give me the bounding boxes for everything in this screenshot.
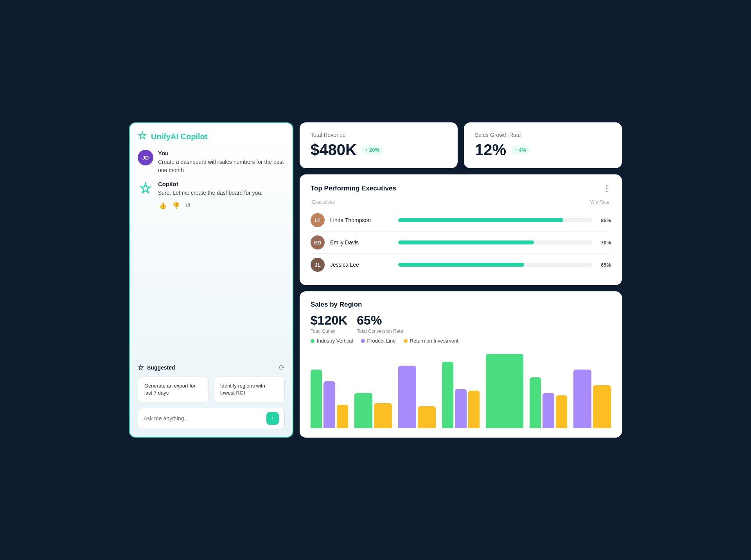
exec-avatar: ED — [311, 235, 325, 249]
bar-group — [354, 393, 392, 428]
message-actions: 👍 👎 ↺ — [158, 201, 262, 210]
chip-export[interactable]: Generate an export for last 7 days — [138, 377, 209, 402]
growth-label: Sales Growth Rate — [475, 132, 611, 138]
copilot-message: Copilot Sure. Let me create the dashboar… — [138, 181, 285, 210]
growth-value: 12% — [475, 141, 506, 159]
copilot-header: UnifyAI Copilot — [138, 131, 285, 142]
bar — [442, 362, 453, 428]
exec-avatar: JL — [311, 258, 325, 272]
thumbs-up-button[interactable]: 👍 — [158, 201, 167, 210]
chat-input[interactable] — [144, 415, 263, 422]
region-metrics: $120K Total Outlay 65% Total Conversion … — [311, 313, 611, 334]
bar-group — [398, 366, 436, 428]
bar-chart — [311, 350, 611, 428]
bar — [374, 403, 392, 428]
user-sender-label: You — [158, 150, 285, 156]
bar — [418, 406, 436, 428]
bar-group — [311, 370, 348, 428]
bar — [556, 395, 567, 428]
outlay-value: $120K — [311, 313, 347, 328]
right-panel: Total Revenue $480K ↑ 20% Sales Growth R… — [300, 122, 622, 438]
exec-col-name: Executives — [312, 199, 335, 205]
progress-bar-fill — [398, 263, 524, 267]
legend-label: Return on Investment — [410, 338, 458, 344]
app-container: UnifyAI Copilot JD You Create a dashboar… — [129, 122, 622, 438]
suggested-title-row: Suggested — [138, 364, 175, 371]
legend-label: Industry Vertical — [317, 338, 353, 344]
exec-pct: 85% — [597, 217, 611, 223]
legend-label: Product Line — [367, 338, 396, 344]
bar — [354, 393, 372, 428]
exec-avatar: LT — [311, 213, 325, 227]
copilot-message-content: Copilot Sure. Let me create the dashboar… — [158, 181, 262, 210]
copilot-title: UnifyAI Copilot — [151, 132, 207, 141]
exec-progress-container: 70% — [398, 240, 611, 246]
conversion-value: 65% — [357, 313, 403, 328]
progress-bar-fill — [398, 241, 534, 244]
copilot-avatar — [138, 181, 153, 196]
exec-rows: LT Linda Thompson 85% ED Emily Davis 70%… — [311, 209, 611, 276]
executives-card: Top Performing Executives ⋮ Executives W… — [300, 174, 622, 285]
exec-name: Linda Thompson — [330, 217, 393, 223]
growth-value-row: 12% ↑ 4% — [475, 141, 611, 159]
bar-group — [442, 362, 480, 428]
revenue-label: Total Revenue — [311, 132, 447, 138]
executives-title: Top Performing Executives — [311, 185, 396, 192]
refresh-suggestions-button[interactable]: ⟳ — [279, 363, 285, 372]
user-message: JD You Create a dashboard with sales num… — [138, 150, 285, 174]
send-button[interactable]: ↑ — [266, 412, 279, 425]
growth-badge: ↑ 4% — [511, 145, 530, 154]
exec-row: ED Emily Davis 70% — [311, 231, 611, 253]
executives-header: Top Performing Executives ⋮ — [311, 184, 611, 193]
suggested-header: Suggested ⟳ — [138, 363, 285, 372]
sparkle-icon — [138, 131, 147, 142]
bar — [468, 391, 480, 428]
copilot-sender-label: Copilot — [158, 181, 262, 187]
exec-pct: 70% — [597, 240, 611, 246]
suggested-label: Suggested — [147, 364, 175, 371]
thumbs-down-button[interactable]: 👎 — [171, 201, 181, 210]
user-avatar: JD — [138, 150, 153, 165]
exec-name: Emily Davis — [330, 239, 393, 246]
outlay-label: Total Outlay — [311, 328, 347, 334]
exec-row: LT Linda Thompson 85% — [311, 209, 611, 231]
bar — [543, 393, 554, 428]
left-panel: UnifyAI Copilot JD You Create a dashboar… — [129, 122, 293, 438]
bar — [486, 354, 523, 428]
bar — [455, 389, 466, 428]
legend-item: Industry Vertical — [311, 338, 353, 344]
bar — [337, 405, 348, 428]
bar — [573, 370, 591, 428]
exec-name: Jessica Lee — [330, 262, 393, 268]
growth-card: Sales Growth Rate 12% ↑ 4% — [464, 122, 622, 168]
exec-row: JL Jessica Lee 65% — [311, 253, 611, 276]
bar — [323, 381, 335, 428]
regenerate-button[interactable]: ↺ — [185, 201, 191, 210]
legend-dot — [311, 339, 314, 343]
user-message-text: Create a dashboard with sales numbers fo… — [158, 158, 285, 174]
revenue-badge: ↑ 20% — [361, 145, 383, 154]
bar — [530, 377, 541, 428]
chip-roi[interactable]: Identify regions with lowest ROI — [214, 377, 285, 402]
revenue-value: $480K — [311, 141, 357, 159]
exec-col-winrate: Win Rate — [590, 199, 609, 205]
progress-bar-fill — [398, 218, 563, 222]
chat-input-area: ↑ — [138, 408, 285, 429]
top-metrics: Total Revenue $480K ↑ 20% Sales Growth R… — [300, 122, 622, 168]
suggested-section: Suggested ⟳ Generate an export for last … — [138, 363, 285, 402]
bar — [593, 385, 611, 428]
user-message-content: You Create a dashboard with sales number… — [158, 150, 285, 174]
bar — [311, 370, 322, 428]
progress-bar-bg — [398, 218, 592, 222]
legend-item: Return on Investment — [404, 338, 458, 344]
bar-group — [530, 377, 567, 428]
region-card: Sales by Region $120K Total Outlay 65% T… — [300, 291, 622, 438]
executives-more-button[interactable]: ⋮ — [603, 184, 611, 193]
bar-group — [486, 354, 523, 428]
legend-item: Product Line — [361, 338, 396, 344]
chart-legend: Industry Vertical Product Line Return on… — [311, 338, 611, 344]
copilot-message-text: Sure. Let me create the dashboard for yo… — [158, 189, 262, 197]
conversion-metric: 65% Total Conversion Rate — [357, 313, 403, 334]
legend-dot — [361, 339, 365, 343]
suggested-icon — [138, 364, 144, 371]
